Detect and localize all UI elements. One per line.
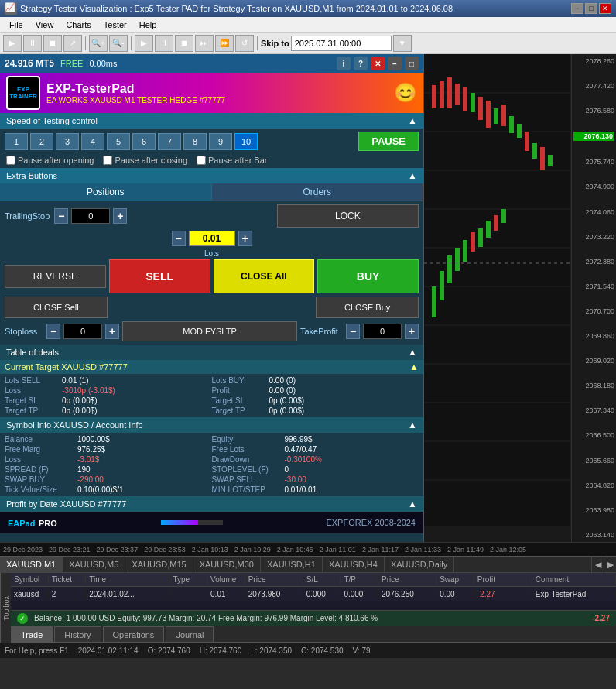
pause-button[interactable]: PAUSE bbox=[358, 132, 419, 151]
menu-file[interactable]: File bbox=[3, 17, 29, 32]
tab-positions[interactable]: Positions bbox=[0, 183, 212, 201]
tf-tab-h4[interactable]: XAUUSD,H4 bbox=[323, 557, 385, 572]
speed-btn-1[interactable]: 1 bbox=[5, 133, 28, 150]
close-button[interactable]: ✕ bbox=[599, 3, 611, 14]
profit-date-collapse[interactable]: ▲ bbox=[408, 499, 417, 509]
toolbar-btn-step[interactable]: ⏩ bbox=[215, 35, 234, 52]
lots-input[interactable] bbox=[189, 231, 235, 246]
close-all-button[interactable]: CLOSE All bbox=[214, 259, 315, 293]
sl-input[interactable] bbox=[63, 324, 102, 339]
profit-date-title: Profit by Date XAUUSD #77777 bbox=[6, 499, 126, 509]
tpad-icon-info[interactable]: i bbox=[337, 57, 351, 70]
close-sell-button[interactable]: CLOSE Sell bbox=[5, 297, 108, 318]
speed-collapse-btn[interactable]: ▲ bbox=[408, 115, 417, 126]
close-buy-button[interactable]: CLOSE Buy bbox=[316, 297, 419, 318]
toolbar: ▶ ⏸ ⏹ ↗ 🔍+ 🔍- ▶ ⏸ ⏹ ⏭ ⏩ ↺ Skip to ▼ bbox=[0, 33, 616, 54]
toolbar-btn-2[interactable]: ⏸ bbox=[23, 35, 42, 52]
speed-btn-7[interactable]: 7 bbox=[158, 133, 181, 150]
toolbar-btn-pause2[interactable]: ⏸ bbox=[155, 35, 173, 52]
buy-button[interactable]: BUY bbox=[317, 259, 419, 293]
tf-nav-left[interactable]: ◀ bbox=[591, 556, 604, 573]
cb-pause-bar-input[interactable] bbox=[197, 156, 206, 165]
toolbar-btn-stop2[interactable]: ⏹ bbox=[175, 35, 193, 52]
speed-btn-2[interactable]: 2 bbox=[30, 133, 53, 150]
lots-dec-btn[interactable]: − bbox=[172, 231, 186, 246]
cb-pause-opening-input[interactable] bbox=[6, 156, 15, 165]
toolbar-btn-zoom-in[interactable]: 🔍+ bbox=[89, 35, 108, 52]
tf-tab-m5[interactable]: XAUUSD,M5 bbox=[63, 557, 125, 572]
sl-inc-btn[interactable]: + bbox=[105, 324, 119, 339]
tp-inc-btn[interactable]: + bbox=[405, 324, 419, 339]
sl-tp-row: Stoploss − + MODIFYSLTP TakeProfit − + bbox=[5, 321, 419, 341]
trailing-dec-btn[interactable]: − bbox=[54, 208, 68, 224]
modify-sltp-button[interactable]: MODIFYSLTP bbox=[122, 321, 297, 341]
trailing-input[interactable] bbox=[71, 208, 110, 224]
col-comment: Comment bbox=[532, 575, 616, 584]
toolbar-btn-fwd[interactable]: ⏭ bbox=[195, 35, 214, 52]
toolbox-label[interactable]: Toolbox bbox=[0, 573, 11, 643]
tpad-icon-help[interactable]: ? bbox=[354, 57, 368, 70]
tf-tab-m1[interactable]: XAUUSD,M1 bbox=[0, 557, 63, 572]
skip-date-input[interactable] bbox=[291, 36, 392, 51]
tf-tab-daily[interactable]: XAUUSD,Daily bbox=[385, 557, 454, 572]
speed-btn-10[interactable]: 10 bbox=[234, 133, 258, 150]
timeline-7: 2 Jan 11:01 bbox=[317, 546, 359, 554]
stats-table: Lots SELL 0.01 (1) Loss -3010p (-3.01$) … bbox=[0, 374, 423, 417]
lots-inc-btn[interactable]: + bbox=[238, 231, 252, 246]
skip-dropdown-btn[interactable]: ▼ bbox=[393, 35, 412, 52]
tab-operations[interactable]: Operations bbox=[103, 626, 165, 642]
maximize-button[interactable]: □ bbox=[585, 3, 597, 14]
extra-collapse-btn[interactable]: ▲ bbox=[408, 170, 417, 181]
tf-tab-h1[interactable]: XAUUSD,H1 bbox=[261, 557, 323, 572]
tpad-icon-min[interactable]: − bbox=[388, 57, 402, 70]
tab-journal[interactable]: Journal bbox=[166, 626, 214, 642]
toolbar-btn-extra[interactable]: ↺ bbox=[235, 35, 254, 52]
minimize-button[interactable]: − bbox=[571, 3, 583, 14]
menu-help[interactable]: Help bbox=[133, 17, 163, 32]
speed-btn-6[interactable]: 6 bbox=[132, 133, 156, 150]
tpad-icon-close[interactable]: ✕ bbox=[371, 57, 385, 70]
reverse-button[interactable]: REVERSE bbox=[5, 265, 106, 288]
trading-area: TrailingStop − + LOCK − + bbox=[0, 201, 423, 344]
speed-btn-5[interactable]: 5 bbox=[107, 133, 130, 150]
tab-orders[interactable]: Orders bbox=[212, 183, 424, 201]
speed-btn-9[interactable]: 9 bbox=[209, 133, 232, 150]
price-label-4: 2075.740 bbox=[573, 158, 614, 166]
price-label-2: 2076.580 bbox=[573, 107, 614, 115]
tab-history[interactable]: History bbox=[54, 626, 101, 642]
toolbar-btn-3[interactable]: ⏹ bbox=[43, 35, 62, 52]
menu-tester[interactable]: Tester bbox=[98, 17, 133, 32]
toolbar-btn-play[interactable]: ▶ bbox=[135, 35, 153, 52]
stat-profit: Profit 0.00 (0) bbox=[212, 386, 419, 396]
menu-view[interactable]: View bbox=[29, 17, 60, 32]
col-profit: Profit bbox=[474, 575, 532, 584]
toolbar-btn-new[interactable]: ↗ bbox=[63, 35, 82, 52]
speed-btn-4[interactable]: 4 bbox=[81, 133, 104, 150]
speed-btn-3[interactable]: 3 bbox=[56, 133, 79, 150]
tf-tab-m15[interactable]: XAUUSD,M15 bbox=[125, 557, 193, 572]
tpad-icon-max[interactable]: □ bbox=[405, 57, 419, 70]
toolbar-btn-1[interactable]: ▶ bbox=[3, 35, 22, 52]
tf-nav-right[interactable]: ▶ bbox=[604, 556, 616, 573]
current-target-collapse[interactable]: ▲ bbox=[409, 362, 419, 372]
sl-dec-btn[interactable]: − bbox=[46, 324, 60, 339]
cell-swap: 0.00 bbox=[436, 590, 474, 598]
trailing-inc-btn[interactable]: + bbox=[113, 208, 127, 224]
cell-price: 2073.980 bbox=[245, 590, 303, 598]
menu-charts[interactable]: Charts bbox=[60, 17, 97, 32]
toolbar-btn-zoom-out[interactable]: 🔍- bbox=[109, 35, 128, 52]
sell-button[interactable]: SELL bbox=[109, 259, 210, 293]
stat-target-sl2: Target SL 0p (0.00$) bbox=[212, 396, 419, 406]
tab-trade[interactable]: Trade bbox=[11, 626, 53, 642]
cb-pause-closing: Pause after closing bbox=[103, 156, 187, 165]
tf-tab-m30[interactable]: XAUUSD,M30 bbox=[193, 557, 261, 572]
tp-input[interactable] bbox=[363, 324, 402, 339]
table-collapse-btn[interactable]: ▲ bbox=[408, 347, 417, 358]
speed-row: 1 2 3 4 5 6 7 8 9 10 PAUSE bbox=[5, 132, 419, 151]
speed-btn-8[interactable]: 8 bbox=[183, 133, 207, 150]
symbol-info-collapse[interactable]: ▲ bbox=[408, 420, 417, 430]
toolbar-separator-2 bbox=[131, 36, 132, 50]
tp-dec-btn[interactable]: − bbox=[346, 324, 360, 339]
lock-button[interactable]: LOCK bbox=[277, 204, 419, 228]
cb-pause-closing-input[interactable] bbox=[103, 156, 112, 165]
